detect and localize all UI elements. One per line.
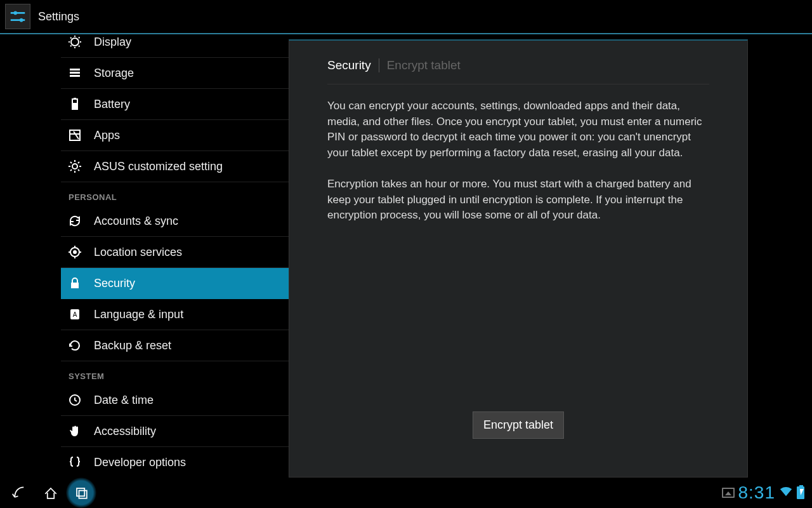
sidebar-section-header: PERSONAL xyxy=(61,182,289,206)
svg-point-12 xyxy=(72,164,77,169)
svg-text:A: A xyxy=(73,311,77,318)
sidebar-item-date-time[interactable]: Date & time xyxy=(61,385,289,416)
storage-icon xyxy=(67,65,82,81)
svg-rect-5 xyxy=(70,69,80,70)
sidebar-item-label: Storage xyxy=(94,67,134,80)
apps-icon xyxy=(67,128,82,143)
sidebar-item-backup[interactable]: Backup & reset xyxy=(61,330,289,361)
titlebar: Settings xyxy=(0,0,812,34)
breadcrumb: Security Encrypt tablet xyxy=(327,58,709,84)
breadcrumb-separator xyxy=(379,58,379,72)
breadcrumb-main[interactable]: Security xyxy=(327,58,371,72)
sidebar-section-header: SYSTEM xyxy=(61,361,289,385)
sidebar-item-label: ASUS customized setting xyxy=(94,160,223,173)
detail-panel: Security Encrypt tablet You can encrypt … xyxy=(289,39,748,478)
svg-rect-6 xyxy=(70,72,80,74)
status-clock: 8:31 xyxy=(738,483,776,503)
sidebar-item-label: Language & input xyxy=(94,308,183,321)
gear-icon xyxy=(67,159,82,174)
svg-rect-7 xyxy=(70,75,80,77)
sidebar-item-label: Accessibility xyxy=(94,425,156,438)
svg-rect-10 xyxy=(73,103,77,109)
sync-icon xyxy=(67,213,82,229)
svg-point-1 xyxy=(13,11,17,15)
settings-app-icon xyxy=(5,4,30,29)
sidebar-item-label: Date & time xyxy=(94,394,154,407)
sidebar-item-developer[interactable]: Developer options xyxy=(61,447,289,478)
sidebar-item-storage[interactable]: Storage xyxy=(61,58,289,89)
braces-icon xyxy=(67,455,82,470)
svg-point-13 xyxy=(73,250,77,254)
battery-icon xyxy=(67,97,82,112)
screenshot-notification-icon xyxy=(722,488,735,498)
hand-icon xyxy=(67,424,82,439)
sidebar-item-label: Display xyxy=(94,36,131,49)
svg-rect-15 xyxy=(71,283,79,288)
sidebar-item-asus[interactable]: ASUS customized setting xyxy=(61,151,289,182)
sidebar-item-location[interactable]: Location services xyxy=(61,237,289,268)
wifi-icon xyxy=(779,485,793,501)
sidebar-item-label: Developer options xyxy=(94,456,186,469)
sidebar-item-accessibility[interactable]: Accessibility xyxy=(61,416,289,447)
svg-point-3 xyxy=(20,18,23,22)
svg-point-4 xyxy=(71,38,79,46)
sidebar-item-label: Battery xyxy=(94,98,130,111)
encrypt-tablet-button[interactable]: Encrypt tablet xyxy=(473,411,564,439)
display-icon xyxy=(67,34,82,50)
svg-rect-23 xyxy=(79,491,87,498)
sidebar-item-apps[interactable]: Apps xyxy=(61,120,289,151)
breadcrumb-sub: Encrypt tablet xyxy=(387,58,461,72)
settings-sidebar: DisplayStorageBatteryAppsASUS customized… xyxy=(0,34,289,478)
recent-apps-button[interactable] xyxy=(66,478,96,508)
sidebar-item-label: Backup & reset xyxy=(94,339,171,352)
sidebar-item-accounts-sync[interactable]: Accounts & sync xyxy=(61,206,289,237)
svg-rect-9 xyxy=(74,98,76,99)
page-title: Settings xyxy=(38,10,79,23)
detail-body-text: You can encrypt your accounts, settings,… xyxy=(327,98,709,224)
clock-icon xyxy=(67,392,82,408)
status-area[interactable]: 8:31 xyxy=(722,483,808,503)
sidebar-item-battery[interactable]: Battery xyxy=(61,89,289,120)
sidebar-item-label: Location services xyxy=(94,246,182,259)
restore-icon xyxy=(67,338,82,353)
home-button[interactable] xyxy=(36,478,66,508)
lock-icon xyxy=(67,276,82,291)
sidebar-item-label: Security xyxy=(94,277,135,290)
sidebar-item-label: Accounts & sync xyxy=(94,215,178,228)
back-button[interactable] xyxy=(5,478,36,508)
system-navbar: 8:31 xyxy=(0,478,812,508)
sidebar-item-display[interactable]: Display xyxy=(61,34,289,58)
sidebar-item-label: Apps xyxy=(94,129,120,142)
sidebar-item-security[interactable]: Security xyxy=(61,268,289,299)
svg-rect-22 xyxy=(77,488,84,496)
location-icon xyxy=(67,244,82,260)
sidebar-item-language[interactable]: ALanguage & input xyxy=(61,299,289,330)
language-icon: A xyxy=(67,307,82,322)
battery-charging-icon xyxy=(797,486,804,499)
